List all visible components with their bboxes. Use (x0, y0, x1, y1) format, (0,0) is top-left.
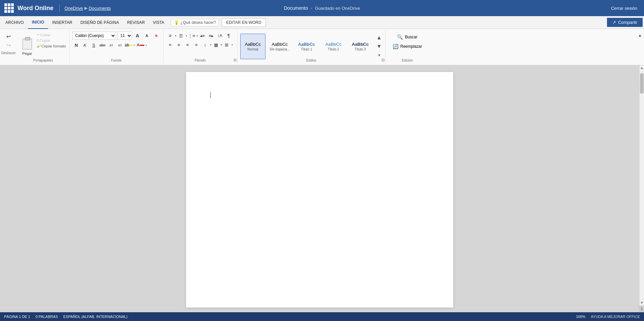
zoom-level[interactable]: 100% (576, 315, 585, 319)
shading-button[interactable]: ▦ (212, 41, 220, 49)
format-painter-label: Copiar formato (41, 44, 66, 48)
increase-indent-button[interactable]: ≡▸ (207, 32, 215, 40)
menu-vista[interactable]: VISTA (149, 16, 168, 29)
font-row2: N K S abc x2 x2 ab ▾ A ▾ (72, 41, 160, 49)
line-spacing-dropdown[interactable]: ▾ (210, 43, 211, 46)
replace-button[interactable]: 🔄 Reemplazar (390, 42, 425, 50)
format-painter-button[interactable]: 🖌 Copiar formato (36, 43, 67, 49)
share-button[interactable]: ↗ Compartir (607, 18, 643, 27)
subscript-button[interactable]: x2 (107, 41, 115, 49)
borders-dropdown[interactable]: ▾ (231, 43, 233, 46)
borders-button[interactable]: ⊞ (223, 41, 231, 49)
document-scroll-area[interactable] (0, 65, 639, 312)
show-marks-button[interactable]: ¶ (225, 32, 233, 40)
scroll-down-arrow[interactable]: ▼ (640, 300, 644, 305)
numbering-button[interactable]: ☰ (177, 32, 185, 40)
scissors-icon: ✂ (37, 33, 40, 37)
font-size-select[interactable]: 11 (117, 32, 132, 40)
styles-scroll-down-button[interactable]: ▼ (376, 42, 383, 50)
documents-link[interactable]: Documents (89, 6, 111, 11)
highlight-dropdown-arrow[interactable]: ▾ (134, 43, 135, 47)
clear-format-button[interactable]: ✕ (152, 32, 160, 40)
app-name: Word Online (17, 5, 53, 12)
underline-button[interactable]: S (90, 41, 98, 49)
paste-button[interactable]: Pegar (20, 32, 35, 62)
style-heading2-button[interactable]: AaBbCc Título 2 (321, 34, 346, 59)
waffle-menu-icon[interactable] (4, 3, 14, 13)
scroll-up-arrow[interactable]: ▲ (640, 65, 644, 70)
paste-label: Pegar (22, 51, 32, 56)
multilevel-dropdown[interactable]: ▾ (196, 34, 198, 37)
tell-me-input[interactable]: 💡 ¿Qué desea hacer? (171, 19, 219, 26)
ribbon-collapse-button[interactable]: ▲ (636, 32, 644, 39)
status-bar: PÁGINA 1 DE 1 0 PALABRAS ESPAÑOL (ALFAB.… (0, 312, 644, 321)
para-row2: ≡ ≡ ≡ ≡ ↕ ▾ ▦ ▾ ⊞ ▾ (166, 41, 235, 49)
styles-scroll-up-button[interactable]: ▲ (376, 34, 383, 42)
strikethrough-button[interactable]: abc (99, 41, 107, 49)
undo-redo-group: ↩ ↪ Deshacer (0, 30, 17, 64)
style-heading3-label: Título 3 (355, 47, 366, 51)
vertical-scrollbar: ▲ ▼ 1 (639, 65, 644, 312)
clipboard-group-label: Portapapeles (33, 59, 53, 62)
undo-button[interactable]: ↩ (4, 32, 13, 40)
document-page[interactable] (186, 72, 453, 308)
numbering-dropdown[interactable]: ▾ (186, 34, 187, 37)
style-normal-button[interactable]: AaBbCc Normal (240, 34, 266, 59)
italic-button[interactable]: K (81, 41, 89, 49)
line-spacing-button[interactable]: ↕ (201, 41, 209, 49)
menu-revisar[interactable]: REVISAR (123, 16, 149, 29)
align-right-button[interactable]: ≡ (184, 41, 192, 49)
shading-dropdown[interactable]: ▾ (221, 43, 222, 46)
onedrive-link[interactable]: OneDrive (65, 6, 83, 11)
page-number-badge: 1 (639, 306, 644, 312)
font-color-dropdown-arrow[interactable]: ▾ (145, 43, 147, 47)
page-info: PÁGINA 1 DE 1 (4, 315, 30, 319)
paragraph-expand-button[interactable]: ⊡ (234, 58, 237, 62)
cut-button[interactable]: ✂ Cortar (36, 32, 67, 37)
superscript-button[interactable]: x2 (116, 41, 124, 49)
find-icon: 🔍 (397, 34, 403, 40)
edit-in-word-button[interactable]: EDITAR EN WORD (222, 18, 265, 27)
document-name: Documento (284, 5, 308, 11)
font-color-button[interactable]: A (137, 41, 145, 49)
redo-button[interactable]: ↪ (4, 41, 13, 49)
sort-button[interactable]: ↕A (216, 32, 224, 40)
document-container: ▲ ▼ 1 (0, 65, 644, 312)
highlight-color-button[interactable]: ab (125, 41, 133, 49)
paragraph-group-label: Párrafo (195, 59, 206, 62)
style-heading3-button[interactable]: AaBbCc Título 3 (348, 34, 373, 59)
menu-archivo[interactable]: ARCHIVO (1, 16, 28, 29)
scroll-thumb[interactable] (640, 73, 644, 94)
word-count: 0 PALABRAS (36, 315, 58, 319)
clipboard-sub-actions: ✂ Cortar ⎘ Copiar 🖌 Copiar formato (36, 32, 67, 62)
menu-inicio[interactable]: INICIO (28, 16, 48, 29)
multilevel-button[interactable]: ⋮≡ (188, 32, 196, 40)
align-center-button[interactable]: ≡ (175, 41, 183, 49)
format-painter-icon: 🖌 (37, 44, 41, 48)
help-office[interactable]: AYUDA A MEJORAR OFFICE (591, 315, 640, 319)
grow-font-button[interactable]: A (134, 32, 142, 40)
font-family-select[interactable]: Calibri (Cuerpo) (72, 32, 116, 40)
bullets-dropdown[interactable]: ▾ (175, 34, 176, 37)
style-heading1-preview: AaBbCc (298, 42, 315, 47)
copy-button[interactable]: ⎘ Copiar (36, 38, 67, 43)
font-group: Calibri (Cuerpo) 11 A A ✕ N K S abc x2 x… (70, 30, 164, 64)
style-heading1-button[interactable]: AaBbCc Título 1 (294, 34, 319, 59)
menu-diseno[interactable]: DISEÑO DE PÁGINA (76, 16, 123, 29)
styles-expand-button[interactable]: ⊡ (382, 58, 385, 62)
find-button[interactable]: 🔍 Buscar (390, 33, 425, 41)
align-left-button[interactable]: ≡ (166, 41, 174, 49)
justify-button[interactable]: ≡ (192, 41, 201, 49)
signout-button[interactable]: Cerrar sesión (608, 4, 640, 12)
bold-button[interactable]: N (72, 41, 80, 49)
replace-icon: 🔄 (393, 44, 398, 49)
style-no-spacing-button[interactable]: AaBbCc Sin espacia... (267, 34, 292, 59)
shrink-font-button[interactable]: A (143, 32, 151, 40)
share-icon: ↗ (612, 20, 616, 25)
decrease-indent-button[interactable]: ◂≡ (199, 32, 207, 40)
menu-insertar[interactable]: INSERTAR (48, 16, 76, 29)
bullets-button[interactable]: ≡ (166, 32, 174, 40)
saved-status: Guardado en OneDrive (315, 6, 360, 11)
scroll-thumb-area (640, 70, 644, 300)
para-row1: ≡ ▾ ☰ ▾ ⋮≡ ▾ ◂≡ ≡▸ ↕A ¶ (166, 32, 235, 40)
